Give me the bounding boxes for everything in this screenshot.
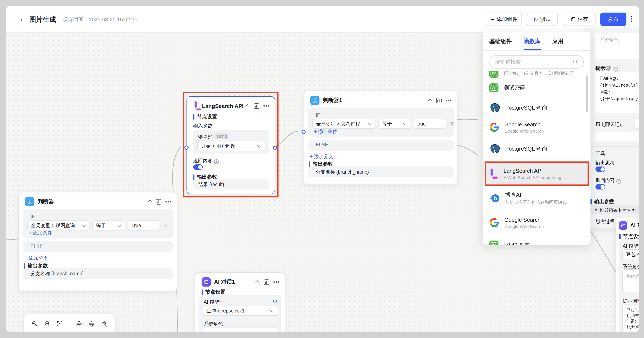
node-langsearch[interactable]: LangSearch API ••• 节点设置 输入参数 query* stri…: [186, 96, 275, 194]
list-item[interactable]: fx 返回0 副本: [482, 235, 590, 245]
fit-view-icon[interactable]: [57, 320, 63, 327]
item-desc: 通过执行自定义脚本，实现数据处理: [504, 71, 574, 76]
collapse-icon[interactable]: [428, 99, 433, 104]
output-row: 分支名称 {branch_name}: [23, 268, 174, 279]
more-icon[interactable]: •••: [263, 104, 270, 108]
list-item[interactable]: b 博查AI 从博查搜索任何信息和网页URL: [482, 186, 590, 210]
add-condition-link[interactable]: + 添加条件: [29, 230, 52, 236]
prompt-textarea[interactable]: 已知信息: {{博查AI 问题: {{开始: [622, 304, 639, 332]
tab-applications[interactable]: 应用: [552, 38, 564, 50]
system-role-textarea[interactable]: 系统角色: [622, 270, 639, 292]
node-ai-chat2[interactable]: AI 对话2 节点设置 AI 模型* 豆包-deep 系统角色 系统角色 提示词…: [616, 218, 639, 332]
collapse-icon[interactable]: [256, 280, 260, 285]
zoom-in-icon[interactable]: [44, 320, 50, 327]
chevron-down-icon: [403, 121, 407, 125]
library-search-box[interactable]: [489, 55, 584, 68]
fx-icon: fx: [489, 240, 498, 245]
system-role-textarea[interactable]: 系统角色: [203, 328, 278, 332]
output-thinking-toggle[interactable]: [596, 166, 605, 172]
run-result-icon[interactable]: [254, 103, 260, 108]
return-content-label: 返回内容i: [596, 177, 621, 184]
input-port[interactable]: [184, 146, 188, 150]
list-item[interactable]: Google Search Google Web Search: [482, 211, 590, 234]
add-branch-link[interactable]: + 添加分支: [310, 154, 333, 160]
list-item[interactable]: fx 测试密码: [482, 78, 590, 98]
back-icon[interactable]: ←: [19, 15, 26, 24]
library-item-list: fx 通过执行自定义脚本，实现数据处理 fx 测试密码 PostgreSQL 查…: [482, 71, 590, 245]
condition-operator-select[interactable]: 等于: [92, 220, 125, 230]
gear-icon[interactable]: ⚙: [273, 298, 277, 304]
condition-variable-select[interactable]: 全局变量 > 联网查询: [27, 220, 90, 230]
chevron-down-icon: [270, 308, 274, 312]
save-button[interactable]: 保存: [563, 12, 596, 26]
collapse-icon[interactable]: [246, 104, 250, 109]
scrollbar-thumb[interactable]: [586, 75, 588, 112]
prompt-line: 已知信息:: [626, 308, 639, 313]
if-label: IF: [316, 112, 320, 118]
postgresql-icon: [489, 143, 500, 154]
list-item-langsearch[interactable]: LangSearch API A Web Search API supporti…: [482, 162, 590, 185]
tab-function-library[interactable]: 函数库: [524, 38, 540, 50]
output-params-header: 输出参数: [590, 198, 614, 206]
fx-icon: fx: [489, 71, 498, 78]
node-title: 判断器: [38, 198, 54, 206]
output-port[interactable]: [273, 146, 277, 150]
condition-value-input[interactable]: true: [414, 119, 446, 129]
prompt-line: {{博查AI: [626, 313, 639, 318]
search-input[interactable]: [495, 59, 572, 65]
tools-label: 工具: [596, 150, 605, 157]
query-value-select[interactable]: 开始 > 用户问题: [198, 141, 265, 151]
run-result-icon[interactable]: [436, 98, 442, 103]
add-branch-link[interactable]: + 添加分支: [25, 255, 48, 262]
delete-condition-icon[interactable]: [164, 222, 168, 228]
model-select[interactable]: 豆包-deep: [622, 249, 639, 259]
history-mode-button[interactable]: 工: [635, 119, 639, 129]
input-port[interactable]: [302, 130, 306, 134]
output-row: 分支名称 {branch_name}: [308, 166, 454, 177]
node-judge[interactable]: 判断器 ••• IF 全局变量 > 联网查询 等于 True: [18, 192, 177, 291]
condition-value-input[interactable]: True: [128, 220, 159, 230]
system-role-textarea[interactable]: 系统角色: [595, 33, 639, 60]
prompt-line: 问题:: [626, 318, 639, 324]
publish-button[interactable]: 发布: [600, 12, 626, 26]
prompt-line: 已知信息:: [600, 75, 639, 82]
item-name: PostgreSQL 查询: [505, 145, 547, 153]
node-ai-chat1[interactable]: AI 对话1 ••• 节点设置 AI 模型* ⚙ 豆包-deepseek-r1 …: [195, 272, 285, 332]
expand-vertical-icon[interactable]: [88, 320, 95, 327]
node-judge1[interactable]: 判断器1 ••• IF 全局变量 > 思考过程 等于 true: [304, 91, 458, 185]
zoom-out-icon[interactable]: [31, 320, 38, 327]
return-content-toggle[interactable]: [596, 184, 605, 190]
tab-basic-components[interactable]: 基础组件: [489, 38, 512, 50]
search-icon: [572, 59, 578, 65]
history-count-input[interactable]: 1: [595, 132, 639, 142]
more-icon[interactable]: •••: [273, 280, 280, 284]
item-name: Google Search: [504, 121, 544, 128]
debug-button[interactable]: ▷ 调试: [527, 12, 558, 26]
magic-star-icon[interactable]: [101, 320, 108, 327]
add-component-button[interactable]: + 添加组件: [487, 12, 522, 26]
node-title: 判断器1: [323, 97, 342, 104]
branch-icon: [25, 197, 34, 206]
run-result-icon[interactable]: [264, 279, 270, 285]
run-result-icon[interactable]: [156, 199, 162, 204]
prompt-textarea[interactable]: 已知信息: {{博查AI.result}} 问题: {{开始.question}…: [595, 72, 639, 113]
add-condition-link[interactable]: + 添加条件: [314, 128, 338, 135]
collapse-icon[interactable]: [148, 200, 153, 205]
model-select[interactable]: 豆包-deepseek-r1: [203, 306, 278, 316]
list-item[interactable]: PostgreSQL 查询: [482, 98, 590, 118]
condition-operator-select[interactable]: 等于: [378, 119, 411, 129]
collapse-vertical-icon[interactable]: [76, 320, 82, 327]
more-menu-icon[interactable]: ⋮: [628, 15, 635, 22]
plus-icon: +: [491, 16, 494, 22]
delete-condition-icon[interactable]: [450, 121, 454, 126]
list-item[interactable]: PostgreSQL 查询: [482, 139, 590, 159]
chevron-down-icon: [82, 223, 86, 227]
node-judge-header: 判断器 •••: [25, 196, 172, 207]
more-icon[interactable]: •••: [166, 200, 172, 204]
condition-variable-select[interactable]: 全局变量 > 思考过程: [312, 119, 376, 129]
more-icon[interactable]: •••: [446, 98, 452, 102]
output-row: 结果 {result}: [193, 180, 269, 190]
list-item[interactable]: Google Search Google Web Search: [482, 116, 590, 139]
return-content-toggle[interactable]: [193, 164, 203, 170]
google-icon: [489, 218, 499, 228]
